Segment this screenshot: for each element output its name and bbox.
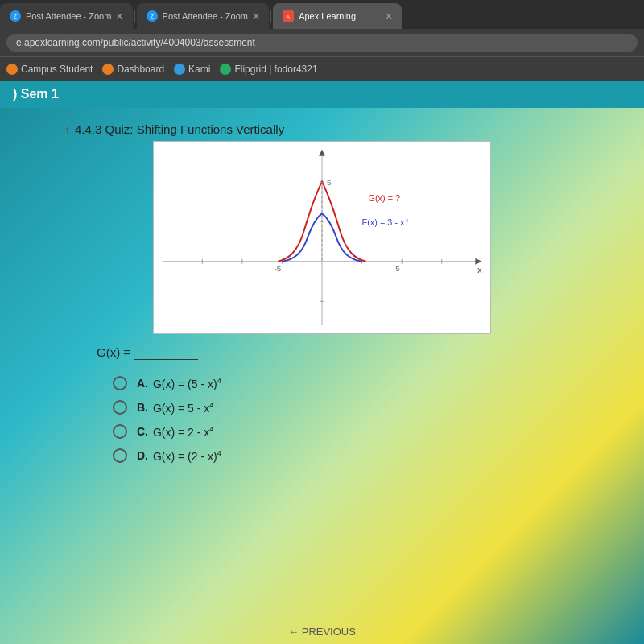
radio-b[interactable] [113, 400, 127, 415]
option-b-label: B. G(x) = 5 - x4 [137, 401, 213, 415]
svg-marker-17 [475, 258, 481, 265]
svg-text:F(x) = 3 - x⁴: F(x) = 3 - x⁴ [362, 217, 409, 227]
svg-text:5: 5 [327, 178, 332, 187]
tab-zoom-1[interactable]: Z Post Attendee - Zoom × [0, 3, 133, 29]
graph-box: x -5 5 5 G(x) = ? F(x) = 3 - x⁴ [153, 141, 491, 334]
svg-text:Z: Z [14, 14, 18, 19]
tab-close-3[interactable]: × [386, 10, 392, 23]
tab-bar: Z Post Attendee - Zoom × Z Post Attendee… [0, 0, 644, 29]
zoom-icon-1: Z [10, 10, 21, 22]
options-list: A. G(x) = (5 - x)4 B. G(x) = 5 - x4 C. G… [48, 371, 596, 468]
campus-icon [6, 64, 18, 75]
browser-chrome: Z Post Attendee - Zoom × Z Post Attendee… [0, 0, 644, 80]
bookmarks-bar: Campus Student Dashboard Kami Flipgrid |… [0, 56, 644, 80]
bookmark-kami[interactable]: Kami [174, 64, 210, 75]
tab-close-2[interactable]: × [253, 10, 259, 23]
previous-button[interactable]: ← PREVIOUS [288, 625, 356, 638]
tab-label-1: Post Attendee - Zoom [26, 11, 111, 21]
svg-text:-5: -5 [275, 264, 282, 273]
flipgrid-icon [220, 64, 231, 75]
option-c[interactable]: C. G(x) = 2 - x4 [113, 424, 531, 439]
option-b[interactable]: B. G(x) = 5 - x4 [113, 400, 531, 415]
page-header: ) Sem 1 [0, 80, 644, 108]
svg-marker-18 [319, 150, 325, 156]
apex-icon: A [283, 10, 294, 22]
bookmark-label-campus: Campus Student [21, 64, 93, 75]
dashboard-icon [102, 64, 114, 75]
svg-text:Z: Z [150, 14, 154, 19]
bookmark-label-flipgrid: Flipgrid | fodor4321 [234, 64, 317, 75]
svg-text:G(x) = ?: G(x) = ? [369, 193, 401, 203]
radio-a[interactable] [113, 376, 127, 390]
svg-text:x: x [477, 265, 482, 275]
tab-separator-1 [134, 10, 135, 23]
bookmark-label-dashboard: Dashboard [117, 64, 164, 75]
option-a-label: A. G(x) = (5 - x)4 [137, 377, 221, 390]
option-d-label: D. G(x) = (2 - x)4 [137, 449, 221, 463]
tab-label-3: Apex Learning [299, 11, 356, 21]
bookmark-flipgrid[interactable]: Flipgrid | fodor4321 [220, 64, 317, 75]
svg-text:A: A [287, 14, 290, 19]
previous-label: ← PREVIOUS [288, 625, 356, 638]
kami-icon [174, 64, 185, 75]
radio-c[interactable] [113, 424, 127, 439]
page-content: ) Sem 1 ↑ 4.4.3 Quiz: Shifting Functions… [0, 80, 644, 644]
graph-svg: x -5 5 5 G(x) = ? F(x) = 3 - x⁴ [154, 142, 490, 333]
tab-apex[interactable]: A Apex Learning × [273, 3, 402, 29]
header-text: ) Sem 1 [13, 87, 59, 101]
option-c-label: C. G(x) = 2 - x4 [137, 425, 213, 439]
answer-prompt-text: G(x) = [97, 345, 198, 359]
bookmark-label-kami: Kami [188, 64, 210, 75]
tab-separator-2 [270, 10, 271, 23]
address-text: e.apexlearning.com/public/activity/40040… [16, 37, 255, 48]
tab-label-2: Post Attendee - Zoom [163, 11, 248, 21]
quiz-container: ↑ 4.4.3 Quiz: Shifting Functions Vertica… [48, 116, 596, 468]
option-a[interactable]: A. G(x) = (5 - x)4 [113, 376, 531, 390]
option-d[interactable]: D. G(x) = (2 - x)4 [113, 448, 531, 463]
quiz-title: ↑ 4.4.3 Quiz: Shifting Functions Vertica… [48, 116, 596, 141]
bookmark-dashboard[interactable]: Dashboard [102, 64, 164, 75]
bookmark-campus[interactable]: Campus Student [6, 64, 93, 75]
back-arrow-icon: ↑ [64, 123, 70, 136]
address-bar-row: e.apexlearning.com/public/activity/40040… [0, 29, 644, 56]
tab-zoom-2[interactable]: Z Post Attendee - Zoom × [137, 3, 270, 29]
radio-d[interactable] [113, 448, 127, 463]
svg-text:5: 5 [395, 264, 400, 273]
address-bar[interactable]: e.apexlearning.com/public/activity/40040… [6, 34, 638, 52]
answer-prompt: G(x) = [48, 334, 596, 371]
answer-blank [134, 345, 198, 360]
bottom-nav: ← PREVIOUS [0, 619, 644, 644]
tab-close-1[interactable]: × [116, 10, 122, 23]
zoom-icon-2: Z [147, 10, 158, 22]
quiz-title-text: 4.4.3 Quiz: Shifting Functions Verticall… [75, 122, 284, 136]
